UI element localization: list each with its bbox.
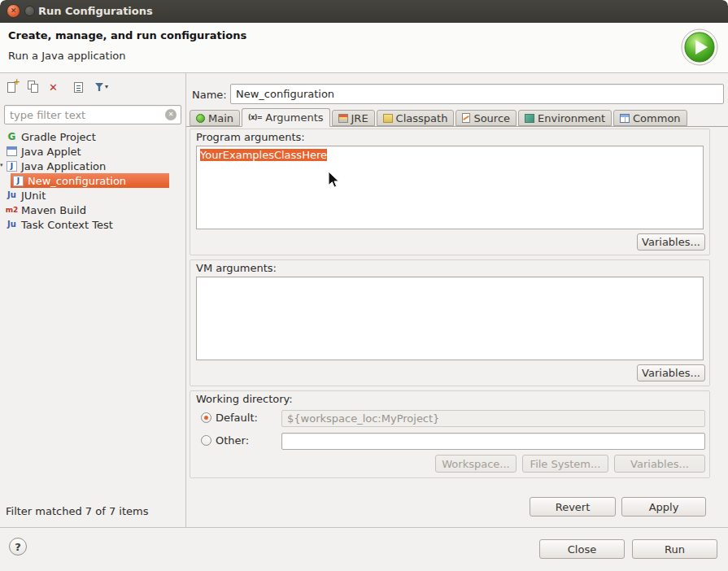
- vm-arguments-group: VM arguments: Variables...: [190, 259, 710, 386]
- java-application-icon: J: [7, 161, 17, 172]
- program-arguments-label: Program arguments:: [196, 131, 305, 143]
- workspace-button[interactable]: Workspace...: [435, 455, 517, 473]
- source-tab-icon: [462, 113, 470, 123]
- working-directory-group: Working directory: Default: Other: Works…: [190, 390, 710, 478]
- default-radio-label[interactable]: Default:: [216, 412, 258, 424]
- environment-tab-icon: [525, 114, 534, 123]
- tab-environment[interactable]: Environment: [518, 110, 612, 126]
- maven-icon: m2: [6, 207, 19, 214]
- header-title: Create, manage, and run configurations: [8, 29, 246, 41]
- tree-item-junit[interactable]: Ju JUnit: [0, 188, 185, 203]
- gradle-icon: G: [8, 132, 16, 142]
- program-variables-button[interactable]: Variables...: [637, 233, 705, 251]
- filter-icon: [95, 83, 103, 91]
- titlebar: ✕ Run Configurations: [0, 0, 728, 23]
- filter-configs-button[interactable]: ▾: [95, 83, 108, 91]
- tree-item-new-configuration[interactable]: J New_configuration: [11, 173, 169, 188]
- tree-item-java-application[interactable]: ▾ J Java Application: [0, 159, 185, 173]
- other-directory-input[interactable]: [281, 433, 705, 450]
- tree-item-label: New_configuration: [28, 175, 126, 187]
- tree-item-gradle-project[interactable]: G Gradle Project: [0, 129, 185, 144]
- vm-variables-button[interactable]: Variables...: [637, 364, 705, 381]
- jre-tab-icon: [338, 114, 348, 123]
- vm-arguments-textarea[interactable]: [196, 277, 704, 360]
- program-arguments-textarea[interactable]: YourExamplesClassHere: [196, 146, 704, 229]
- arguments-tab-icon: (x)=: [248, 115, 262, 121]
- tab-label: Main: [208, 112, 233, 124]
- revert-button[interactable]: Revert: [530, 497, 616, 517]
- clear-filter-icon[interactable]: ✕: [165, 109, 177, 120]
- tree-item-label: Gradle Project: [21, 131, 96, 143]
- duplicate-config-icon[interactable]: [26, 81, 40, 94]
- name-label: Name:: [192, 89, 227, 101]
- collapse-all-icon[interactable]: [72, 81, 85, 94]
- close-icon: ✕: [11, 7, 17, 15]
- tab-jre[interactable]: JRE: [332, 110, 375, 126]
- vm-arguments-label: VM arguments:: [196, 262, 277, 274]
- header-subtitle: Run a Java application: [8, 50, 125, 62]
- tab-label: Source: [473, 112, 510, 124]
- tab-label: Classpath: [396, 112, 448, 124]
- directory-variables-button[interactable]: Variables...: [614, 455, 705, 473]
- other-radio[interactable]: [201, 435, 211, 446]
- main-tab-icon: [196, 114, 205, 123]
- tab-bar: Main (x)= Arguments JRE Classpath Source…: [190, 108, 689, 127]
- name-input[interactable]: [230, 84, 724, 104]
- sidebar-divider: [185, 73, 186, 527]
- run-configurations-window: ✕ Run Configurations Create, manage, and…: [0, 0, 728, 571]
- tab-common[interactable]: Common: [613, 110, 687, 126]
- delete-config-icon[interactable]: ✕: [46, 81, 60, 94]
- tab-label: JRE: [351, 112, 368, 124]
- tree-item-label: Java Application: [21, 160, 106, 172]
- filter-input[interactable]: [4, 105, 181, 124]
- tab-label: Arguments: [265, 111, 323, 124]
- help-icon: ?: [15, 541, 21, 553]
- task-context-test-icon: Ju: [7, 220, 16, 229]
- filter-field-wrap: ✕: [4, 105, 181, 124]
- program-arguments-group: Program arguments: YourExamplesClassHere…: [190, 129, 710, 255]
- other-radio-label[interactable]: Other:: [216, 434, 249, 447]
- config-tree: G Gradle Project Java Applet ▾ J Java Ap…: [0, 129, 185, 232]
- default-directory-input: [281, 410, 705, 427]
- java-application-icon: J: [13, 176, 24, 186]
- tree-item-task-context-test[interactable]: Ju Task Context Test: [0, 217, 185, 232]
- close-button[interactable]: Close: [539, 539, 625, 559]
- classpath-tab-icon: [383, 114, 393, 123]
- dialog-header: Create, manage, and run configurations R…: [0, 23, 728, 73]
- chevron-down-icon: ▾: [105, 84, 108, 90]
- mouse-cursor: [328, 171, 341, 192]
- filter-status-text: Filter matched 7 of 7 items: [6, 505, 148, 517]
- common-tab-icon: [620, 114, 630, 123]
- tree-item-label: JUnit: [21, 190, 46, 202]
- footer-divider: [0, 527, 728, 528]
- default-radio[interactable]: [201, 412, 211, 423]
- delete-icon: ✕: [49, 82, 58, 93]
- tab-label: Common: [633, 112, 681, 124]
- tree-item-maven-build[interactable]: m2 Maven Build: [0, 203, 185, 217]
- file-system-button[interactable]: File System...: [522, 455, 608, 473]
- tree-item-label: Task Context Test: [21, 219, 113, 231]
- window-title: Run Configurations: [38, 0, 153, 23]
- sidebar-toolbar: + ✕ ▾: [6, 79, 108, 95]
- run-banner-icon: [681, 28, 718, 66]
- tab-label: Environment: [538, 112, 605, 124]
- tab-main[interactable]: Main: [190, 110, 240, 126]
- apply-button[interactable]: Apply: [621, 497, 706, 517]
- close-window-button[interactable]: ✕: [7, 4, 20, 18]
- help-button[interactable]: ?: [9, 538, 27, 556]
- tree-item-label: Maven Build: [21, 204, 86, 216]
- junit-icon: Ju: [7, 191, 16, 199]
- tab-arguments[interactable]: (x)= Arguments: [242, 108, 329, 127]
- run-button[interactable]: Run: [632, 539, 717, 559]
- tab-source[interactable]: Source: [456, 110, 517, 126]
- java-applet-icon: [7, 146, 17, 156]
- tree-item-label: Java Applet: [21, 146, 81, 158]
- selected-text: YourExamplesClassHere: [200, 149, 327, 161]
- minimize-window-button[interactable]: [24, 6, 35, 16]
- tree-item-java-applet[interactable]: Java Applet: [0, 144, 185, 159]
- tab-classpath[interactable]: Classpath: [377, 110, 455, 126]
- expander-icon[interactable]: ▾: [0, 163, 3, 168]
- working-directory-label: Working directory:: [196, 393, 293, 405]
- new-launch-config-icon[interactable]: +: [6, 81, 20, 94]
